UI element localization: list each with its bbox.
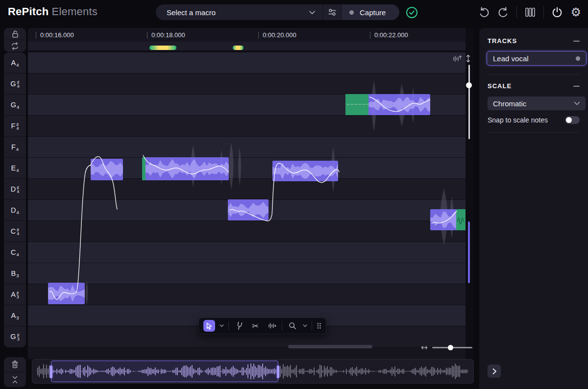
expand-panel-button[interactable] xyxy=(488,365,501,378)
note-key-B3[interactable]: B3 xyxy=(4,263,26,284)
cut-tool-button[interactable]: ✂ xyxy=(249,320,261,332)
note-key-A4[interactable]: A4 xyxy=(4,52,26,73)
divider xyxy=(543,6,544,19)
divider xyxy=(228,321,229,330)
view-range-selection[interactable] xyxy=(51,361,278,382)
settings-button[interactable]: ⚙ xyxy=(570,6,581,18)
note-segment-E4[interactable] xyxy=(91,159,123,180)
note-key-G4[interactable]: G4 xyxy=(4,95,26,116)
note-segment-A#3[interactable] xyxy=(48,283,85,304)
capture-button[interactable]: Capture xyxy=(342,4,399,20)
pitch-lane-Ds4 xyxy=(28,179,466,200)
segment-waveform xyxy=(48,283,85,304)
chevron-down-icon xyxy=(309,10,316,15)
note-segment-D4[interactable] xyxy=(430,209,466,230)
note-key-F4[interactable]: F4 xyxy=(4,137,26,158)
horizontal-scrollbar[interactable] xyxy=(288,345,372,348)
selection-left-handle[interactable] xyxy=(50,365,52,378)
layout-panels-button[interactable] xyxy=(524,6,536,18)
time-label: 0:00:22.000 xyxy=(374,31,408,39)
note-key-Gs4[interactable]: G♯4 xyxy=(4,73,26,95)
undo-button[interactable] xyxy=(478,6,490,18)
collapse-vertical-icon xyxy=(11,375,19,384)
loop-icon xyxy=(10,42,20,50)
note-key-Ds4[interactable]: D♯4 xyxy=(4,179,26,200)
horizontal-zoom-knob[interactable] xyxy=(448,345,453,350)
arrows-horizontal-icon xyxy=(420,344,428,351)
divider xyxy=(516,6,517,19)
app-logo: RePitch Elements xyxy=(8,5,98,18)
right-panel: TRACKS Lead vocal SCALE Chromatic Snap t… xyxy=(479,28,588,389)
note-key-Cs4[interactable]: C♯4 xyxy=(4,221,26,242)
select-tool-button[interactable] xyxy=(203,320,215,332)
collapse-scale-icon[interactable] xyxy=(573,86,580,87)
pitch-lane-Fs4 xyxy=(28,116,466,137)
note-segment-E4[interactable] xyxy=(272,161,338,181)
loop-button[interactable] xyxy=(4,40,26,52)
trim-button[interactable] xyxy=(4,372,26,387)
note-key-E4[interactable]: E4 xyxy=(4,158,26,179)
toggle-knob xyxy=(566,117,572,123)
track-item-lead-vocal[interactable]: Lead vocal xyxy=(487,51,587,66)
collapse-tracks-icon[interactable] xyxy=(573,41,580,42)
tool-options-chevron-icon[interactable] xyxy=(220,324,224,327)
note-key-A3[interactable]: A3 xyxy=(4,305,26,326)
note-key-D4[interactable]: D4 xyxy=(4,200,26,221)
segment-waveform xyxy=(228,199,269,220)
capture-label: Capture xyxy=(360,8,386,17)
divider xyxy=(282,321,282,330)
time-ruler[interactable]: 0:00:16.0000:00:18.0000:00:20.0000:00:22… xyxy=(28,28,466,42)
redo-button[interactable] xyxy=(497,6,509,18)
time-label: 0:00:20.000 xyxy=(263,31,296,39)
note-segment-D4[interactable] xyxy=(228,199,269,220)
vertical-zoom-slider[interactable] xyxy=(468,65,470,139)
scale-title: SCALE xyxy=(488,82,512,90)
sidebar-bottom-group xyxy=(4,357,26,387)
ruler-tick xyxy=(258,32,259,39)
segment-waveform xyxy=(91,159,123,180)
snap-toggle[interactable] xyxy=(565,116,580,124)
vertical-scrollbar[interactable] xyxy=(468,221,470,283)
scale-select[interactable]: Chromatic xyxy=(488,97,586,110)
brand-edition: Elements xyxy=(49,5,98,18)
warp-tool-button[interactable] xyxy=(266,320,277,332)
record-dot-icon xyxy=(349,10,354,15)
vertical-zoom-knob[interactable] xyxy=(466,82,472,88)
ruler-tick xyxy=(370,32,370,39)
brand-name: RePitch xyxy=(8,5,49,18)
macro-select-value: Select a macro xyxy=(167,8,216,17)
note-key-C4[interactable]: C4 xyxy=(4,242,26,263)
drag-handle-icon[interactable] xyxy=(317,322,321,329)
bypass-power-button[interactable] xyxy=(551,6,563,18)
sliders-icon xyxy=(327,8,337,17)
amplitude-zoom-button[interactable] xyxy=(453,54,462,63)
note-key-As3[interactable]: A♯3 xyxy=(4,284,26,305)
note-label-column: A4G♯4G4F♯4F4E4D♯4D4C♯4C4B3A♯3A3G♯3 xyxy=(4,52,26,347)
segment-waveform xyxy=(430,209,466,230)
note-key-Gs3[interactable]: G♯3 xyxy=(4,326,26,347)
capture-range-strip xyxy=(28,42,466,50)
note-segment-E4[interactable] xyxy=(142,157,229,180)
zoom-options-chevron-icon[interactable] xyxy=(303,324,307,327)
note-segment-G4[interactable] xyxy=(345,94,430,115)
note-key-Fs4[interactable]: F♯4 xyxy=(4,116,26,137)
horizontal-zoom-button[interactable] xyxy=(420,344,428,351)
delete-button[interactable] xyxy=(4,357,26,372)
trash-icon xyxy=(11,360,19,369)
zoom-tool-button[interactable] xyxy=(287,320,298,332)
ruler-tick xyxy=(36,32,36,39)
undo-icon xyxy=(478,6,490,18)
segment-waveform xyxy=(345,94,430,115)
selection-right-handle[interactable] xyxy=(277,365,279,378)
audio-overview-strip[interactable] xyxy=(32,359,474,384)
vertical-scroll-mode-button[interactable] xyxy=(465,54,472,63)
redo-icon xyxy=(497,6,509,18)
waveform-stretch-icon xyxy=(267,322,276,330)
pitch-lane-Cs4 xyxy=(28,221,466,242)
pitch-lane-A4 xyxy=(28,52,466,73)
repitch-app-window: RePitch Elements Select a macro xyxy=(0,0,588,389)
pitch-tool-button[interactable] xyxy=(233,320,245,332)
lock-button[interactable] xyxy=(4,28,26,40)
macro-select[interactable]: Select a macro xyxy=(156,4,322,20)
macro-settings-button[interactable] xyxy=(323,4,341,20)
